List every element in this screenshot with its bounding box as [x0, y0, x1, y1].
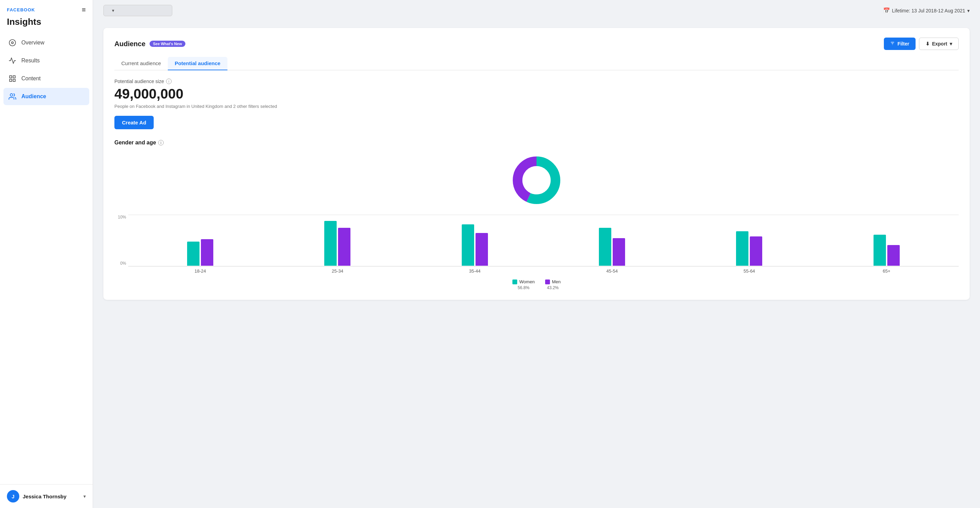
info-icon[interactable]: i — [166, 78, 172, 84]
bar-group-18-24 — [187, 239, 213, 266]
gender-age-info-icon[interactable]: i — [158, 140, 164, 145]
content-area: Audience See What's New Filter ⬇ Export … — [93, 21, 980, 508]
x-label-45-54: 45-54 — [598, 269, 626, 274]
card-actions: Filter ⬇ Export ▾ — [884, 38, 959, 50]
export-icon: ⬇ — [926, 41, 930, 46]
x-axis-labels: 18-24 25-34 35-44 45-54 55-64 65+ — [128, 266, 959, 274]
facebook-logo: FACEBOOK — [7, 7, 35, 13]
chevron-down-icon: ▾ — [83, 494, 86, 499]
page-title: Insights — [0, 15, 93, 34]
topbar: ▾ 📅 Lifetime: 13 Jul 2018-12 Aug 2021 ▾ — [93, 0, 980, 21]
page-selector-chevron: ▾ — [112, 8, 115, 13]
audience-size-number: 49,000,000 — [115, 86, 959, 102]
date-range-chevron: ▾ — [967, 8, 970, 13]
svg-point-6 — [10, 94, 13, 96]
user-profile[interactable]: J Jessica Thornsby ▾ — [0, 484, 93, 508]
bar-women-35-44 — [462, 225, 474, 266]
x-label-35-44: 35-44 — [461, 269, 488, 274]
bar-chart: 10% 0% — [115, 215, 959, 274]
y-label-0: 0% — [120, 261, 126, 266]
donut-chart — [509, 153, 564, 208]
bar-women-55-64 — [736, 231, 748, 266]
sidebar-item-overview-label: Overview — [21, 40, 45, 46]
y-label-10: 10% — [118, 215, 126, 220]
legend-item-women: Women 56.8% — [512, 279, 535, 290]
audience-icon — [8, 92, 16, 100]
svg-rect-5 — [13, 79, 15, 81]
calendar-icon: 📅 — [883, 7, 890, 14]
svg-rect-3 — [13, 76, 15, 78]
bars-row — [128, 215, 959, 266]
x-label-18-24: 18-24 — [186, 269, 214, 274]
filter-label: Filter — [897, 41, 909, 46]
sidebar-item-content[interactable]: Content — [3, 70, 89, 87]
x-label-65plus: 65+ — [873, 269, 900, 274]
create-ad-button[interactable]: Create Ad — [115, 116, 154, 129]
sidebar: FACEBOOK ≡ Insights Overview Results — [0, 0, 93, 508]
legend-name-men: Men — [552, 279, 561, 284]
bar-men-35-44 — [476, 233, 488, 266]
legend-dot-men — [545, 280, 550, 284]
bar-women-18-24 — [187, 242, 199, 266]
bar-group-55-64 — [736, 231, 762, 266]
bar-group-45-54 — [599, 228, 625, 266]
sidebar-nav: Overview Results Content — [0, 34, 93, 484]
card-header: Audience See What's New Filter ⬇ Export … — [115, 38, 959, 50]
sidebar-item-results[interactable]: Results — [3, 52, 89, 69]
svg-point-0 — [9, 40, 16, 46]
sidebar-item-overview[interactable]: Overview — [3, 34, 89, 51]
avatar: J — [7, 490, 19, 503]
audience-card: Audience See What's New Filter ⬇ Export … — [103, 28, 970, 300]
svg-rect-2 — [10, 76, 12, 78]
svg-point-1 — [11, 42, 13, 44]
legend-dot-women — [512, 280, 517, 284]
content-icon — [8, 75, 16, 83]
sidebar-header: FACEBOOK ≡ — [0, 0, 93, 15]
results-icon — [8, 57, 16, 65]
export-chevron: ▾ — [950, 41, 952, 46]
bar-men-45-54 — [612, 238, 625, 266]
bar-men-25-34 — [338, 228, 350, 266]
export-label: Export — [932, 41, 947, 46]
page-selector[interactable]: ▾ — [103, 5, 172, 16]
bar-women-45-54 — [599, 228, 611, 266]
legend-name-women: Women — [519, 279, 535, 284]
bar-women-25-34 — [324, 221, 337, 266]
bar-men-65plus — [887, 245, 900, 266]
legend-item-men: Men 43.2% — [545, 279, 561, 290]
export-button[interactable]: ⬇ Export ▾ — [919, 38, 959, 50]
audience-size-label-row: Potential audience size i — [115, 78, 959, 84]
sidebar-item-results-label: Results — [21, 57, 40, 64]
tab-current-audience[interactable]: Current audience — [115, 57, 168, 70]
date-range-selector[interactable]: 📅 Lifetime: 13 Jul 2018-12 Aug 2021 ▾ — [883, 7, 970, 14]
hamburger-button[interactable]: ≡ — [82, 6, 86, 13]
sidebar-item-audience-label: Audience — [21, 93, 46, 100]
gender-age-title-text: Gender and age — [115, 140, 156, 146]
x-label-55-64: 55-64 — [735, 269, 763, 274]
audience-size-description: People on Facebook and Instagram in Unit… — [115, 104, 959, 109]
chart-legend: Women 56.8% Men 43.2% — [512, 279, 561, 290]
audience-size-label-text: Potential audience size — [115, 78, 164, 84]
overview-icon — [8, 38, 16, 47]
filter-icon — [890, 41, 895, 47]
main-content: ▾ 📅 Lifetime: 13 Jul 2018-12 Aug 2021 ▾ … — [93, 0, 980, 508]
bar-women-65plus — [873, 235, 886, 266]
bar-group-25-34 — [324, 221, 350, 266]
legend-pct-men: 43.2% — [547, 285, 558, 290]
sidebar-item-audience[interactable]: Audience — [3, 88, 89, 105]
new-badge[interactable]: See What's New — [150, 41, 185, 47]
tab-potential-audience[interactable]: Potential audience — [168, 57, 228, 70]
audience-tabs: Current audience Potential audience — [115, 57, 959, 70]
bar-men-55-64 — [750, 236, 762, 266]
bar-men-18-24 — [201, 239, 213, 266]
date-range-text: Lifetime: 13 Jul 2018-12 Aug 2021 — [892, 8, 966, 13]
sidebar-item-content-label: Content — [21, 75, 41, 82]
chart-container: 10% 0% — [115, 153, 959, 290]
bar-group-35-44 — [462, 225, 488, 266]
card-title: Audience — [115, 40, 145, 48]
gender-age-title-row: Gender and age i — [115, 140, 959, 146]
filter-button[interactable]: Filter — [884, 38, 915, 50]
legend-pct-women: 56.8% — [517, 285, 529, 290]
svg-rect-4 — [10, 79, 12, 81]
card-title-row: Audience See What's New — [115, 40, 185, 48]
